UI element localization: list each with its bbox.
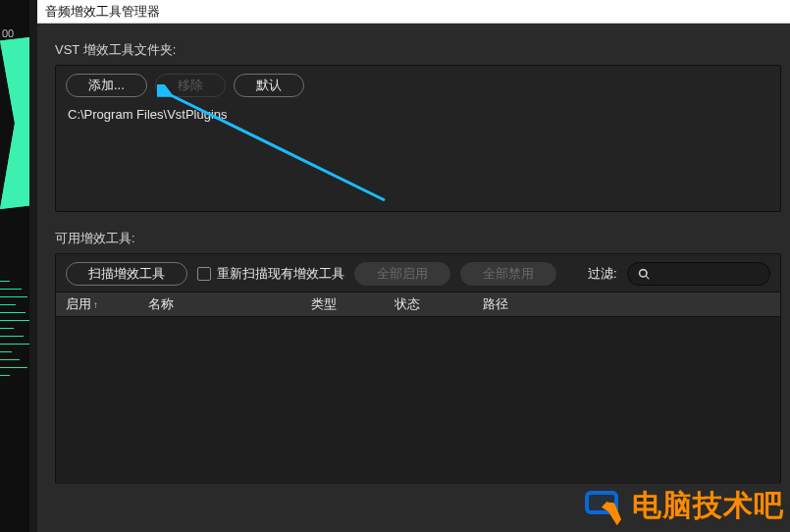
disable-all-button: 全部禁用 bbox=[460, 262, 556, 286]
plugins-table-body bbox=[56, 317, 780, 484]
remove-folder-button: 移除 bbox=[155, 74, 226, 97]
watermark-logo-icon bbox=[583, 489, 624, 524]
watermark-text: 电脑技术吧 bbox=[632, 486, 784, 526]
filter-label: 过滤: bbox=[588, 265, 617, 283]
column-path[interactable]: 路径 bbox=[483, 295, 780, 313]
rescan-checkbox-label: 重新扫描现有增效工具 bbox=[217, 265, 344, 283]
vst-folders-panel: 添加... 移除 默认 C:\Program Files\VstPlugins bbox=[55, 65, 781, 212]
filter-search-input[interactable] bbox=[657, 267, 760, 281]
column-enable[interactable]: 启用 ↑ bbox=[56, 295, 144, 313]
checkbox-box-icon bbox=[197, 267, 211, 281]
plugins-toolbar: 扫描增效工具 重新扫描现有增效工具 全部启用 全部禁用 过滤: bbox=[56, 254, 780, 292]
column-type[interactable]: 类型 bbox=[311, 295, 395, 313]
waveform-lower bbox=[0, 275, 29, 452]
dialog-title: 音频增效工具管理器 bbox=[45, 3, 160, 21]
scan-plugins-button[interactable]: 扫描增效工具 bbox=[66, 262, 187, 286]
plugins-table-header: 启用 ↑ 名称 类型 状态 路径 bbox=[56, 292, 780, 317]
vst-folders-label: VST 增效工具文件夹: bbox=[55, 41, 790, 59]
folder-path-item[interactable]: C:\Program Files\VstPlugins bbox=[56, 103, 780, 126]
column-status[interactable]: 状态 bbox=[395, 295, 483, 313]
timeline-label: 00 bbox=[2, 27, 14, 39]
vst-folders-buttons: 添加... 移除 默认 bbox=[56, 66, 780, 103]
sort-ascending-icon: ↑ bbox=[93, 299, 98, 310]
rescan-checkbox[interactable]: 重新扫描现有增效工具 bbox=[197, 265, 344, 283]
default-folder-button[interactable]: 默认 bbox=[234, 74, 304, 97]
watermark: 电脑技术吧 bbox=[583, 486, 784, 526]
dialog-body: VST 增效工具文件夹: 添加... 移除 默认 C:\Program File… bbox=[37, 24, 790, 532]
dialog-title-bar: 音频增效工具管理器 bbox=[37, 0, 790, 24]
add-folder-button[interactable]: 添加... bbox=[66, 74, 147, 97]
available-plugins-panel: 扫描增效工具 重新扫描现有增效工具 全部启用 全部禁用 过滤: 启用 ↑ 名称 … bbox=[55, 253, 781, 484]
enable-all-button: 全部启用 bbox=[354, 262, 450, 286]
filter-search-box[interactable] bbox=[627, 262, 770, 286]
column-name[interactable]: 名称 bbox=[144, 295, 311, 313]
search-icon bbox=[638, 268, 651, 281]
available-plugins-label: 可用增效工具: bbox=[55, 230, 790, 247]
waveform-sidebar: 00 bbox=[0, 0, 29, 532]
waveform-upper bbox=[0, 37, 29, 209]
